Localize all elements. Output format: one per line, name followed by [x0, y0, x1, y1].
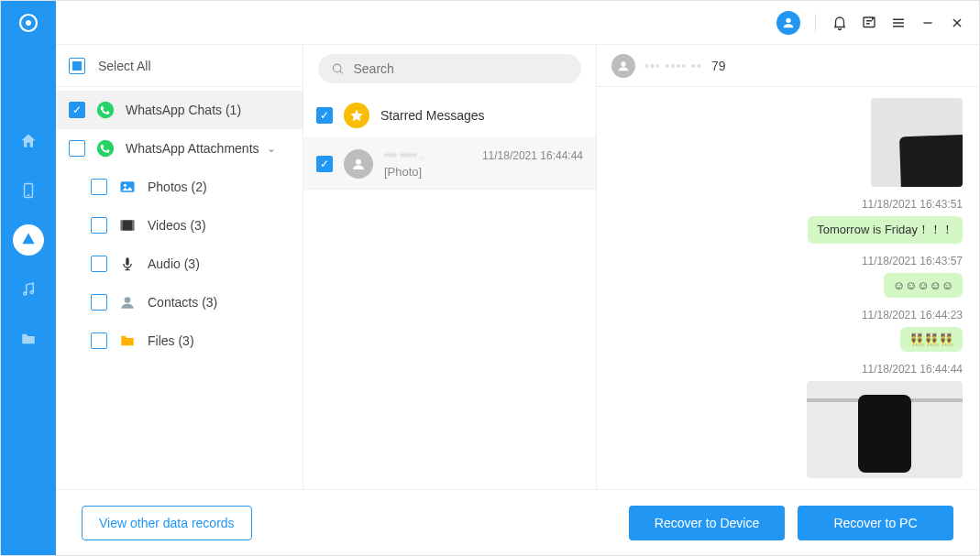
message-bubble: 👯👯👯	[900, 327, 963, 352]
nav-folder[interactable]	[1, 314, 56, 364]
nav-cloud[interactable]	[1, 215, 56, 265]
whatsapp-icon	[96, 139, 115, 158]
chevron-down-icon: ⌄	[267, 142, 276, 155]
category-whatsapp-attachments[interactable]: WhatsApp Attachments ⌄	[56, 129, 303, 168]
subcategory-photos[interactable]: Photos (2)	[56, 168, 303, 206]
message-photo[interactable]	[871, 98, 963, 187]
user-avatar-icon[interactable]	[776, 11, 800, 35]
search-input[interactable]	[353, 61, 568, 76]
titlebar	[56, 1, 979, 45]
svg-point-22	[125, 297, 131, 303]
view-other-records-button[interactable]: View other data records	[82, 506, 252, 540]
files-icon	[118, 332, 137, 350]
svg-point-15	[97, 140, 114, 157]
message-timestamp: 11/18/2021 16:44:23	[862, 309, 963, 322]
chat-name-masked: ••• •••• ••	[644, 59, 702, 73]
svg-point-25	[356, 158, 361, 164]
nav-phone[interactable]	[1, 166, 56, 215]
svg-point-26	[621, 61, 625, 66]
svg-point-6	[786, 17, 790, 22]
thread-list-panel: Starred Messages ••• •••• .. [Photo] 11/…	[303, 45, 597, 489]
subcategory-audio[interactable]: Audio (3)	[56, 245, 303, 283]
minimize-icon[interactable]	[919, 14, 937, 32]
thread-item[interactable]: ••• •••• .. [Photo] 11/18/2021 16:44:44	[303, 138, 596, 190]
videos-icon	[118, 216, 137, 234]
subcategory-label: Audio (3)	[148, 256, 200, 271]
search-field[interactable]	[318, 54, 581, 83]
svg-point-5	[30, 291, 33, 294]
bell-icon[interactable]	[831, 14, 849, 32]
subcategory-label: Contacts (3)	[148, 295, 217, 310]
avatar-icon	[611, 54, 635, 78]
recover-to-device-button[interactable]: Recover to Device	[629, 506, 785, 540]
checkbox-videos[interactable]	[91, 217, 107, 234]
thread-name-masked: ••• •••• ..	[384, 147, 471, 164]
message-bubble: Tomorrow is Friday！！！	[808, 216, 963, 244]
nav-rail	[1, 1, 56, 555]
svg-point-4	[24, 292, 27, 295]
feedback-icon[interactable]	[860, 14, 878, 32]
message-timestamp: 11/18/2021 16:44:44	[862, 363, 963, 376]
svg-rect-19	[121, 220, 124, 231]
checkbox-photos[interactable]	[91, 179, 107, 195]
photos-icon	[118, 178, 137, 196]
app-logo-icon	[17, 12, 39, 34]
subcategory-label: Photos (2)	[148, 180, 207, 194]
select-all-checkbox[interactable]	[69, 58, 85, 74]
starred-messages-row[interactable]: Starred Messages	[303, 93, 596, 138]
close-icon[interactable]	[948, 14, 966, 32]
nav-music[interactable]	[1, 265, 56, 314]
svg-rect-21	[126, 257, 128, 265]
chat-header: ••• •••• •• 79	[597, 45, 979, 87]
category-whatsapp-chats[interactable]: WhatsApp Chats (1)	[56, 91, 303, 129]
message-timestamp: 11/18/2021 16:43:57	[862, 255, 963, 267]
footer: View other data records Recover to Devic…	[56, 489, 979, 555]
svg-point-1	[26, 20, 31, 26]
checkbox-attachments[interactable]	[69, 140, 85, 157]
subcategory-label: Videos (3)	[148, 218, 206, 233]
message-timestamp: 11/18/2021 16:43:51	[862, 198, 963, 211]
category-label: WhatsApp Chats (1)	[126, 103, 241, 117]
select-all-label: Select All	[98, 59, 151, 73]
svg-line-24	[340, 71, 343, 73]
thread-timestamp: 11/18/2021 16:44:44	[482, 149, 583, 162]
whatsapp-icon	[96, 101, 115, 119]
audio-icon	[118, 255, 137, 273]
message-bubble: ☺☺☺☺☺	[884, 273, 963, 298]
svg-point-23	[333, 64, 340, 71]
checkbox-starred[interactable]	[316, 107, 333, 124]
checkbox-thread[interactable]	[316, 156, 333, 172]
subcategory-videos[interactable]: Videos (3)	[56, 206, 303, 245]
subcategory-contacts[interactable]: Contacts (3)	[56, 283, 303, 322]
chat-panel: ••• •••• •• 79 11/18/2021 16:43:51 Tomor…	[597, 45, 979, 489]
checkbox-contacts[interactable]	[91, 294, 107, 311]
contacts-icon	[118, 293, 137, 311]
select-all-row[interactable]: Select All	[56, 45, 303, 87]
avatar-icon	[344, 149, 373, 179]
nav-home[interactable]	[1, 116, 56, 166]
search-icon	[331, 61, 344, 76]
checkbox-chats[interactable]	[69, 102, 85, 118]
menu-icon[interactable]	[889, 14, 908, 32]
checkbox-files[interactable]	[91, 333, 107, 349]
checkbox-audio[interactable]	[91, 256, 107, 272]
category-label: WhatsApp Attachments	[126, 141, 259, 156]
thread-preview: [Photo]	[384, 164, 471, 180]
svg-rect-20	[132, 220, 135, 231]
starred-label: Starred Messages	[380, 108, 485, 123]
category-panel: Select All WhatsApp Chats (1)	[56, 45, 303, 489]
subcategory-label: Files (3)	[148, 333, 194, 348]
subcategory-files[interactable]: Files (3)	[56, 322, 303, 360]
chat-name-suffix: 79	[711, 59, 726, 73]
svg-point-17	[124, 184, 127, 187]
message-photo[interactable]	[807, 381, 963, 478]
recover-to-pc-button[interactable]: Recover to PC	[798, 506, 953, 540]
star-icon	[344, 103, 369, 128]
svg-point-14	[97, 102, 114, 118]
